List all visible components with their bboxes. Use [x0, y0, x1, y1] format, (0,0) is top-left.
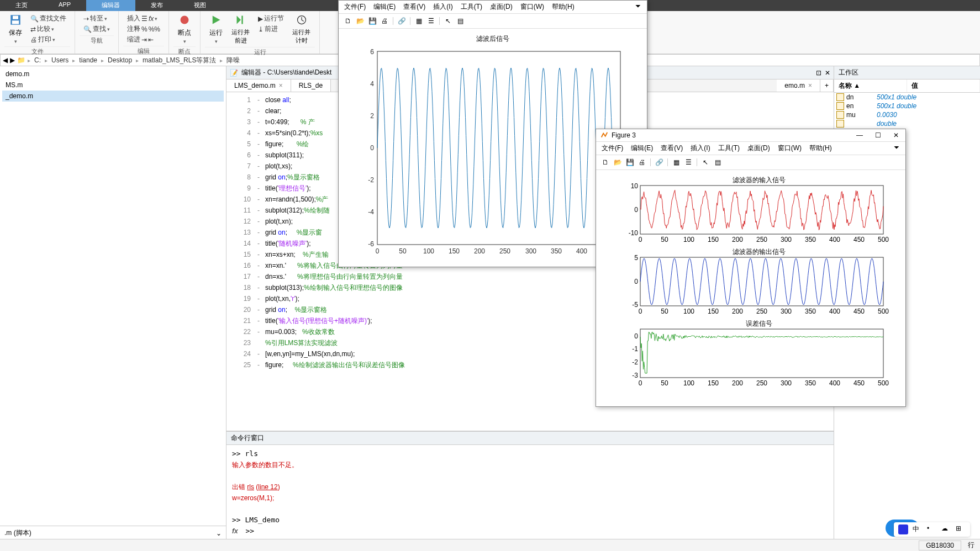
tab-view[interactable]: 视图 [178, 0, 222, 11]
breakpoints-button[interactable]: 断点 ▾ [173, 12, 196, 46]
crumb[interactable]: C: [33, 56, 43, 64]
maximize-icon[interactable]: ☐ [873, 131, 883, 139]
menu-tools[interactable]: 工具(T) [461, 2, 482, 12]
crumb[interactable]: Users [50, 56, 70, 64]
menu-more-icon[interactable]: ⏷ [893, 144, 900, 153]
figure-titlebar[interactable]: Figure 3 — ☐ ✕ [596, 129, 905, 142]
new-fig-icon[interactable]: 🗋 [600, 157, 610, 167]
menu-help[interactable]: 帮助(H) [809, 144, 832, 153]
back-icon[interactable]: ◀ [3, 56, 8, 64]
svg-rect-26 [640, 186, 883, 234]
figure-window-3[interactable]: Figure 3 — ☐ ✕ 文件(F) 编辑(E) 查看(V) 插入(I) 工… [596, 129, 906, 407]
editor-tab[interactable]: emo.m× [777, 80, 820, 92]
legend-icon[interactable]: ☰ [683, 157, 693, 167]
svg-point-3 [181, 16, 189, 24]
comment-button[interactable]: 注释 % %% [125, 24, 162, 34]
menu-file[interactable]: 文件(F) [602, 144, 623, 153]
link-icon[interactable]: 🔗 [397, 16, 407, 26]
ime-icon[interactable]: 中 [913, 524, 923, 534]
save-button[interactable]: 保存 ▾ [4, 12, 27, 46]
caret-icon: ▾ [14, 39, 17, 44]
menu-desktop[interactable]: 桌面(D) [490, 2, 513, 12]
legend-icon[interactable]: ☰ [426, 16, 436, 26]
print-button[interactable]: 🖨打印▾ [29, 34, 68, 45]
colorbar-icon[interactable]: ▦ [671, 157, 681, 167]
svg-text:100: 100 [683, 379, 694, 387]
grid-icon[interactable]: ⊞ [956, 524, 966, 534]
file-item[interactable]: demo.m [2, 68, 224, 80]
new-tab-button[interactable]: + [820, 80, 834, 92]
save-icon[interactable]: 💾 [625, 157, 635, 167]
pointer-icon[interactable]: ↖ [443, 16, 453, 26]
save-icon[interactable]: 💾 [367, 16, 377, 26]
menu-edit[interactable]: 编辑(E) [631, 144, 653, 153]
command-window-body[interactable]: >> rls 输入参数的数目不足。 出错 rls (line 12) w=zer… [226, 445, 834, 540]
svg-text:400: 400 [829, 236, 840, 243]
find-files-button[interactable]: 🔍查找文件 [29, 13, 68, 24]
close-tab-icon[interactable]: × [808, 82, 812, 89]
print-icon[interactable]: 🖨 [637, 157, 647, 167]
crumb[interactable]: Desktop [106, 56, 134, 64]
menu-view[interactable]: 查看(V) [403, 2, 425, 12]
indent-button[interactable]: 缩进 ⇥ ⇤ [125, 34, 162, 45]
print-icon[interactable]: 🖨 [380, 16, 389, 26]
caret-icon: ▾ [52, 37, 55, 43]
editor-tab[interactable]: LMS_demo.m× [226, 80, 291, 92]
new-fig-icon[interactable]: 🗋 [343, 16, 353, 26]
menu-tools[interactable]: 工具(T) [718, 144, 740, 153]
fwd-icon[interactable]: ▶ [10, 56, 15, 64]
open-icon[interactable]: 📂 [355, 16, 365, 26]
dropdown-icon[interactable]: ⌄ [216, 529, 222, 537]
maximize-icon[interactable]: ⊡ [816, 69, 821, 77]
run-advance-button[interactable]: 运行并 前进 [227, 12, 254, 47]
close-icon[interactable]: ✕ [891, 131, 901, 139]
col-value[interactable]: 值 [907, 80, 980, 92]
command-window: 命令行窗口 >> rls 输入参数的数目不足。 出错 rls (line 12)… [226, 431, 834, 540]
file-item[interactable]: MS.m [2, 80, 224, 91]
menu-edit[interactable]: 编辑(E) [373, 2, 396, 12]
menu-window[interactable]: 窗口(W) [778, 144, 802, 153]
run-section-button[interactable]: ▶运行节 [256, 13, 286, 24]
menu-help[interactable]: 帮助(H) [552, 2, 575, 12]
compare-button[interactable]: ⇄比较▾ [29, 24, 68, 34]
run-time-button[interactable]: 运行并 计时 [288, 12, 315, 47]
editor-tab[interactable]: RLS_de [291, 80, 331, 92]
tab-publish[interactable]: 发布 [135, 0, 178, 11]
menu-file[interactable]: 文件(F) [344, 2, 366, 12]
cloud-icon[interactable]: ☁ [941, 524, 951, 534]
pointer-icon[interactable]: ↖ [700, 157, 710, 167]
open-icon[interactable]: 📂 [613, 157, 623, 167]
menu-insert[interactable]: 插入(I) [691, 144, 710, 153]
link-icon[interactable]: 🔗 [654, 157, 664, 167]
run-button[interactable]: 运行 ▾ [205, 12, 227, 47]
colorbar-icon[interactable]: ▦ [414, 16, 424, 26]
insert-button[interactable]: 插入 ☰ fx ▾ [125, 13, 162, 24]
minimize-icon[interactable]: — [854, 131, 865, 139]
svg-text:500: 500 [878, 236, 889, 243]
crumb[interactable]: tiande [77, 56, 99, 64]
folder-icon[interactable]: 📁 [17, 56, 25, 64]
tab-app[interactable]: APP [43, 0, 86, 11]
crumb[interactable]: 降噪 [225, 56, 241, 65]
tab-home[interactable]: 主页 [0, 0, 43, 11]
baidu-icon[interactable] [898, 524, 908, 534]
menu-desktop[interactable]: 桌面(D) [747, 144, 770, 153]
punct-icon[interactable]: • [927, 524, 937, 534]
menu-window[interactable]: 窗口(W) [520, 2, 544, 12]
tab-editor[interactable]: 编辑器 [86, 0, 135, 11]
chart-subplots: 滤波器的输入信号 100-10 050100150200250300350400… [607, 176, 894, 396]
file-item[interactable]: _demo.m [2, 91, 224, 102]
menu-view[interactable]: 查看(V) [661, 144, 683, 153]
col-name[interactable]: 名称 ▲ [834, 80, 907, 92]
goto-button[interactable]: ⇢转至▾ [82, 13, 112, 24]
crumb[interactable]: matlab_LMS_RLS等算法 [141, 56, 218, 65]
plot-tools-icon[interactable]: ▤ [713, 157, 723, 167]
plot-tools-icon[interactable]: ▤ [455, 16, 465, 26]
menu-insert[interactable]: 插入(I) [433, 2, 452, 12]
menu-more-icon[interactable]: ⏷ [635, 2, 641, 12]
encoding-indicator[interactable]: GB18030 [919, 541, 961, 550]
close-icon[interactable]: ✕ [825, 69, 830, 77]
find-button[interactable]: 🔍查找▾ [82, 24, 112, 34]
close-tab-icon[interactable]: × [279, 82, 283, 89]
advance-button[interactable]: ⤓前进 [256, 24, 286, 34]
